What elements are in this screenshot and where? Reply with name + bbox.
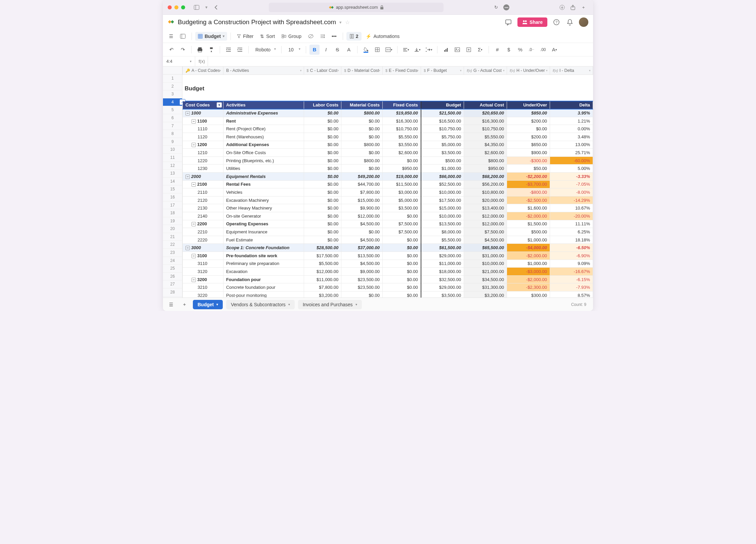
- cell[interactable]: $32,500.00: [421, 275, 464, 283]
- print-button[interactable]: [195, 45, 205, 55]
- cell[interactable]: $500.00: [507, 228, 550, 236]
- cell[interactable]: $0.00: [341, 117, 383, 125]
- cell[interactable]: -6.50%: [550, 244, 593, 252]
- collapse-icon[interactable]: −: [192, 254, 196, 258]
- cell[interactable]: 2210: [183, 228, 223, 236]
- cell[interactable]: 3120: [183, 268, 223, 276]
- cell[interactable]: $20,000.00: [464, 196, 507, 204]
- spreadsheet-grid[interactable]: 🔑A - Cost Codes▾B - Activities▾$C - Labo…: [182, 66, 593, 298]
- cell[interactable]: $0.00: [304, 165, 341, 173]
- row-number[interactable]: 27: [163, 280, 182, 288]
- cell[interactable]: $4,500.00: [341, 236, 383, 244]
- automations-button[interactable]: ⚡Automations: [363, 32, 402, 41]
- cell[interactable]: $10,800.00: [464, 188, 507, 196]
- row-number[interactable]: 13: [163, 170, 182, 178]
- paint-format-button[interactable]: [206, 45, 216, 55]
- insert-image-button[interactable]: [452, 45, 462, 55]
- cell[interactable]: $0.00: [304, 141, 341, 149]
- cell[interactable]: Rent (Warehouses): [223, 133, 304, 141]
- cell[interactable]: 18.18%: [550, 236, 593, 244]
- column-header[interactable]: f(x)H - Under/Over▾: [507, 66, 550, 75]
- cell[interactable]: $10,750.00: [421, 125, 464, 133]
- cell[interactable]: 3.95%: [550, 109, 593, 117]
- cell[interactable]: $31,300.00: [464, 283, 507, 291]
- decrease-indent-button[interactable]: [223, 45, 234, 55]
- cell[interactable]: $0.00: [341, 149, 383, 157]
- cell[interactable]: Preliminary site preparation: [223, 260, 304, 268]
- view-selector[interactable]: Budget ▾: [195, 32, 227, 41]
- row-number[interactable]: 1: [163, 75, 182, 83]
- collapse-icon[interactable]: −: [192, 182, 196, 187]
- font-size-select[interactable]: 10: [285, 46, 302, 54]
- cell[interactable]: −3100: [183, 252, 223, 260]
- cell[interactable]: Fixed Costs: [382, 101, 421, 109]
- cell[interactable]: $0.00: [341, 133, 383, 141]
- cell[interactable]: -$300.00: [507, 156, 550, 165]
- column-header[interactable]: f(x)I - Delta▾: [550, 66, 593, 75]
- cell[interactable]: -7.93%: [550, 283, 593, 291]
- row-number[interactable]: 3: [163, 90, 182, 98]
- row-number[interactable]: 11: [163, 154, 182, 162]
- panel-toggle-icon[interactable]: [177, 32, 188, 40]
- minimize-window-button[interactable]: [174, 5, 178, 9]
- filter-button[interactable]: Filter: [234, 32, 256, 41]
- cell[interactable]: Operating Expenses: [223, 220, 304, 228]
- row-number[interactable]: 28: [163, 288, 182, 297]
- cell[interactable]: $5,500.00: [421, 236, 464, 244]
- column-header[interactable]: $F - Budget▾: [421, 66, 464, 75]
- cell[interactable]: 2130: [183, 204, 223, 212]
- collapse-icon[interactable]: −: [185, 246, 190, 250]
- row-number[interactable]: 4⤢: [163, 98, 182, 106]
- cell[interactable]: $5,550.00: [382, 133, 421, 141]
- cell[interactable]: $11,000.00: [421, 260, 464, 268]
- cell[interactable]: $11,000.00: [304, 275, 341, 283]
- cell[interactable]: $3,550.00: [382, 141, 421, 149]
- cell[interactable]: $3,500.00: [421, 149, 464, 157]
- row-number[interactable]: 23: [163, 249, 182, 257]
- column-header[interactable]: $C - Labor Cost▾: [304, 66, 341, 75]
- sheet-tab-invoices[interactable]: Invoices and Purchases▾: [298, 300, 362, 309]
- cell[interactable]: 1120: [183, 133, 223, 141]
- cell[interactable]: $3,200.00: [464, 291, 507, 298]
- cell[interactable]: $10,750.00: [464, 125, 507, 133]
- cell[interactable]: $0.00: [341, 125, 383, 133]
- row-number[interactable]: 8: [163, 130, 182, 138]
- text-wrap-button[interactable]: ▾: [424, 45, 434, 55]
- cell[interactable]: 1210: [183, 149, 223, 157]
- row-number[interactable]: 7: [163, 122, 182, 130]
- cell[interactable]: $0.00: [382, 156, 421, 165]
- cell[interactable]: $0.00: [304, 236, 341, 244]
- cell[interactable]: $0.00: [304, 117, 341, 125]
- cell[interactable]: 1110: [183, 125, 223, 133]
- cell-reference-box[interactable]: 4:4▾: [163, 56, 195, 66]
- cell[interactable]: $0.00: [304, 180, 341, 188]
- cell[interactable]: $800.00: [341, 141, 383, 149]
- cell[interactable]: Foundation pour: [223, 275, 304, 283]
- cell[interactable]: $1,600.00: [507, 204, 550, 212]
- cell[interactable]: $0.00: [304, 228, 341, 236]
- text-color-button[interactable]: A: [344, 45, 354, 55]
- cell[interactable]: $1,000.00: [507, 260, 550, 268]
- cell[interactable]: $950.00: [464, 165, 507, 173]
- cell[interactable]: $0.00: [304, 212, 341, 220]
- group-button[interactable]: Group: [279, 32, 304, 41]
- close-window-button[interactable]: [168, 5, 172, 9]
- cell[interactable]: Other Heavy Machinery: [223, 204, 304, 212]
- cell[interactable]: $13,400.00: [464, 204, 507, 212]
- cell[interactable]: $34,500.00: [464, 275, 507, 283]
- percent-button[interactable]: %: [515, 45, 525, 55]
- comments-icon[interactable]: [504, 18, 513, 27]
- cell[interactable]: $3,500.00: [382, 204, 421, 212]
- cell[interactable]: $0.00: [304, 220, 341, 228]
- cell[interactable]: $31,000.00: [464, 252, 507, 260]
- cell[interactable]: 1.21%: [550, 117, 593, 125]
- cell[interactable]: Under/Over: [507, 101, 550, 109]
- cell[interactable]: $9,900.00: [341, 204, 383, 212]
- cell[interactable]: Post-pour monitoring: [223, 291, 304, 298]
- cell[interactable]: Pre-foundation site work: [223, 252, 304, 260]
- insert-chart-button[interactable]: [441, 45, 451, 55]
- cell[interactable]: $2,600.00: [382, 149, 421, 157]
- cell[interactable]: -7.05%: [550, 180, 593, 188]
- cell[interactable]: 10.67%: [550, 204, 593, 212]
- cell[interactable]: $7,500.00: [464, 228, 507, 236]
